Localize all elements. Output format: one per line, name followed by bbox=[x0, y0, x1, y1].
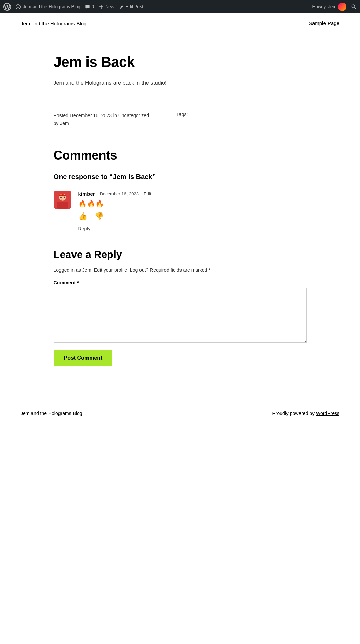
new-label: New bbox=[105, 4, 114, 9]
new-link[interactable]: New bbox=[99, 4, 114, 9]
site-icon: W bbox=[16, 4, 21, 9]
comment-date: December 16, 2023 bbox=[100, 191, 139, 196]
post-meta-right: Tags: bbox=[176, 112, 188, 128]
logged-in-note: Logged in as Jem. Edit your profile. Log… bbox=[54, 266, 307, 274]
site-name-link[interactable]: W Jem and the Holograms Blog bbox=[16, 4, 80, 9]
comment-body: kimber December 16, 2023 Edit 🔥🔥🔥 👍 👎 Re… bbox=[78, 191, 307, 232]
comments-section: Comments One response to “Jem is Back” k… bbox=[54, 148, 307, 366]
leave-reply-section: Leave a Reply Logged in as Jem. Edit you… bbox=[54, 249, 307, 366]
post-date: December 16, 2023 bbox=[70, 113, 112, 118]
edit-post-link[interactable]: Edit Post bbox=[119, 4, 143, 9]
site-footer: Jem and the Holograms Blog Proudly power… bbox=[0, 400, 360, 426]
thumbs-up-icon[interactable]: 👍 bbox=[78, 212, 88, 221]
tags-label: Tags: bbox=[176, 112, 188, 117]
sample-page-link[interactable]: Sample Page bbox=[309, 20, 339, 26]
howdy-text: Howdy, Jem bbox=[312, 4, 336, 9]
comment-emoji: 🔥🔥🔥 bbox=[78, 200, 104, 207]
footer-site-title: Jem and the Holograms Blog bbox=[21, 411, 82, 416]
post-meta: Posted December 16, 2023 in Uncategorize… bbox=[54, 112, 307, 128]
comments-count: 0 bbox=[92, 4, 94, 9]
wordpress-link[interactable]: WordPress bbox=[316, 411, 339, 416]
plus-icon bbox=[99, 4, 104, 9]
post-title: Jem is Back bbox=[54, 54, 307, 70]
thumbs-down-icon[interactable]: 👎 bbox=[94, 212, 104, 221]
howdy-link[interactable]: Howdy, Jem bbox=[312, 3, 346, 11]
post-article: Jem is Back Jem and the Holograms are ba… bbox=[54, 54, 307, 128]
comment-edit-link[interactable]: Edit bbox=[144, 191, 151, 196]
required-fields-text: Required fields are marked bbox=[150, 267, 207, 273]
admin-site-name: Jem and the Holograms Blog bbox=[23, 4, 80, 9]
comment-text: 🔥🔥🔥 bbox=[78, 200, 307, 208]
comment-author: kimber bbox=[78, 191, 95, 197]
comment-required-marker: * bbox=[77, 280, 79, 285]
svg-point-7 bbox=[60, 197, 62, 198]
edit-icon bbox=[119, 4, 124, 9]
log-out-link[interactable]: Log out? bbox=[130, 267, 149, 273]
comments-subtitle: One response to “Jem is Back” bbox=[54, 173, 307, 181]
required-marker: * bbox=[209, 267, 210, 273]
post-author: Jem bbox=[60, 121, 69, 126]
comment-label: Comment * bbox=[54, 280, 307, 285]
footer-powered-by: Proudly powered by WordPress bbox=[272, 411, 339, 416]
site-title[interactable]: Jem and the Holograms Blog bbox=[21, 20, 86, 26]
svg-point-2 bbox=[352, 5, 355, 8]
avatar-icon bbox=[54, 191, 71, 209]
admin-bar-left: W Jem and the Holograms Blog 0 New Edit … bbox=[3, 3, 307, 11]
comments-title: Comments bbox=[54, 148, 307, 163]
edit-post-label: Edit Post bbox=[125, 4, 143, 9]
site-nav: Sample Page bbox=[309, 20, 339, 26]
comment-meta: kimber December 16, 2023 Edit bbox=[78, 191, 307, 197]
post-excerpt: Jem and the Holograms are back in the st… bbox=[54, 79, 307, 87]
posted-prefix: Posted bbox=[54, 113, 69, 118]
admin-bar: W Jem and the Holograms Blog 0 New Edit … bbox=[0, 0, 360, 13]
comment-textarea[interactable] bbox=[54, 288, 307, 343]
svg-point-8 bbox=[64, 197, 65, 198]
by-label: by bbox=[54, 121, 59, 126]
svg-text:W: W bbox=[17, 5, 19, 8]
edit-profile-link[interactable]: Edit your profile bbox=[94, 267, 127, 273]
leave-reply-title: Leave a Reply bbox=[54, 249, 307, 260]
post-category[interactable]: Uncategorized bbox=[118, 113, 149, 118]
post-meta-left: Posted December 16, 2023 in Uncategorize… bbox=[54, 112, 149, 128]
post-comment-button[interactable]: Post Comment bbox=[54, 350, 113, 366]
in-label: in bbox=[113, 113, 117, 118]
comment-reactions: 👍 👎 bbox=[78, 212, 307, 221]
search-link[interactable] bbox=[351, 4, 357, 10]
comment-item: kimber December 16, 2023 Edit 🔥🔥🔥 👍 👎 Re… bbox=[54, 191, 307, 232]
search-icon bbox=[351, 4, 357, 10]
main-content: Jem is Back Jem and the Holograms are ba… bbox=[33, 33, 327, 380]
logged-in-text: Logged in as Jem. bbox=[54, 267, 93, 273]
site-header: Jem and the Holograms Blog Sample Page bbox=[0, 13, 360, 33]
comments-icon bbox=[85, 4, 90, 9]
wp-logo-link[interactable] bbox=[3, 3, 11, 11]
admin-bar-right: Howdy, Jem bbox=[312, 3, 357, 11]
wp-logo-icon bbox=[3, 3, 11, 11]
svg-rect-6 bbox=[57, 202, 68, 209]
comment-reply-link[interactable]: Reply bbox=[78, 226, 91, 231]
comment-avatar bbox=[54, 191, 71, 209]
post-divider bbox=[54, 101, 307, 101]
comments-link[interactable]: 0 bbox=[85, 4, 94, 9]
admin-avatar bbox=[338, 3, 346, 11]
svg-line-3 bbox=[355, 8, 356, 9]
